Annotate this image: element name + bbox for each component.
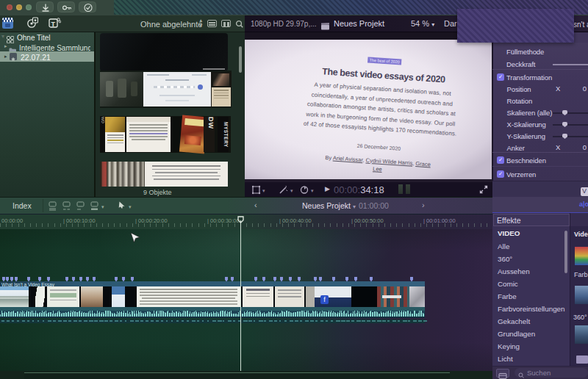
svg-text:▾: ▾ bbox=[290, 188, 293, 193]
svg-text:▾: ▾ bbox=[311, 188, 314, 193]
svg-text:T: T bbox=[51, 21, 55, 28]
svg-text:▾: ▾ bbox=[262, 188, 265, 193]
svg-text:▾: ▾ bbox=[129, 204, 132, 209]
svg-text:▾: ▾ bbox=[101, 204, 104, 209]
